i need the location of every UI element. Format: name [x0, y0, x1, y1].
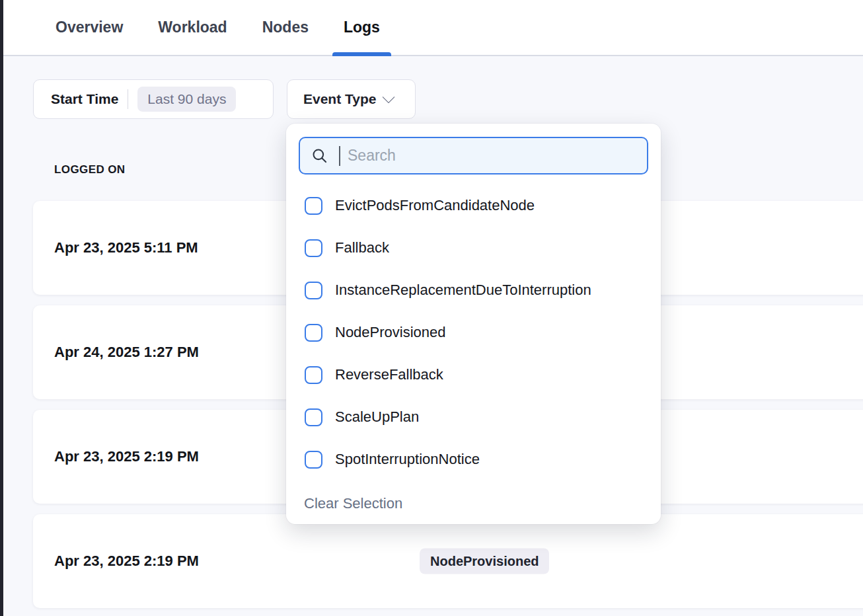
logged-on-value: Apr 24, 2025 1:27 PM — [54, 344, 199, 361]
dropdown-search-field[interactable]: Search — [299, 137, 648, 174]
logged-on-value: Apr 23, 2025 5:11 PM — [54, 239, 198, 256]
option-evictpodsfromcandidatenode[interactable]: EvictPodsFromCandidateNode — [286, 184, 661, 227]
event-type-dropdown: Search EvictPodsFromCandidateNode Fallba… — [286, 124, 661, 524]
column-header-logged-on: LOGGED ON — [54, 163, 126, 176]
checkbox[interactable] — [305, 197, 322, 215]
tab-workload[interactable]: Workload — [157, 0, 228, 55]
logged-on-value: Apr 23, 2025 2:19 PM — [54, 553, 199, 570]
tab-overview[interactable]: Overview — [54, 0, 124, 55]
event-type-filter[interactable]: Event Type — [287, 79, 416, 119]
checkbox[interactable] — [305, 324, 322, 342]
event-type-option-list: EvictPodsFromCandidateNode Fallback Inst… — [286, 184, 661, 481]
search-icon — [311, 147, 328, 165]
option-label: EvictPodsFromCandidateNode — [335, 197, 535, 214]
logged-on-value: Apr 23, 2025 2:19 PM — [54, 448, 199, 465]
sidebar-edge — [0, 0, 3, 616]
option-instancereplacementduetointerruption[interactable]: InstanceReplacementDueToInterruption — [286, 269, 661, 311]
chevron-down-icon — [383, 91, 396, 104]
option-label: NodeProvisioned — [335, 324, 446, 341]
clear-selection-button[interactable]: Clear Selection — [304, 495, 402, 512]
option-label: InstanceReplacementDueToInterruption — [335, 282, 591, 299]
search-placeholder: Search — [348, 147, 396, 165]
start-time-value-pill[interactable]: Last 90 days — [137, 87, 236, 112]
checkbox[interactable] — [305, 239, 322, 257]
active-tab-indicator — [332, 52, 391, 56]
event-type-badge: NodeProvisioned — [420, 549, 549, 574]
text-cursor — [339, 146, 340, 166]
start-time-label: Start Time — [51, 91, 118, 107]
checkbox[interactable] — [305, 408, 322, 426]
option-nodeprovisioned[interactable]: NodeProvisioned — [286, 311, 661, 354]
option-label: ReverseFallback — [335, 366, 443, 383]
checkbox[interactable] — [305, 451, 322, 469]
tab-bar: Overview Workload Nodes Logs — [0, 0, 863, 56]
tab-nodes[interactable]: Nodes — [261, 0, 310, 55]
option-reversefallback[interactable]: ReverseFallback — [286, 354, 661, 396]
start-time-filter[interactable]: Start Time Last 90 days — [33, 79, 274, 119]
tab-logs-label: Logs — [344, 19, 380, 36]
option-label: ScaleUpPlan — [335, 408, 419, 426]
checkbox[interactable] — [305, 282, 322, 299]
checkbox[interactable] — [305, 366, 322, 384]
option-scaleupplan[interactable]: ScaleUpPlan — [286, 396, 661, 438]
tab-logs[interactable]: Logs — [342, 0, 381, 55]
option-label: Fallback — [335, 239, 389, 256]
option-label: SpotInterruptionNotice — [335, 451, 480, 468]
event-type-label: Event Type — [303, 91, 376, 107]
tabs: Overview Workload Nodes Logs — [54, 0, 381, 55]
filter-divider — [128, 89, 128, 109]
option-spotinterruptionnotice[interactable]: SpotInterruptionNotice — [286, 438, 661, 481]
option-fallback[interactable]: Fallback — [286, 227, 661, 269]
log-row[interactable]: Apr 23, 2025 2:19 PM NodeProvisioned — [33, 514, 863, 608]
